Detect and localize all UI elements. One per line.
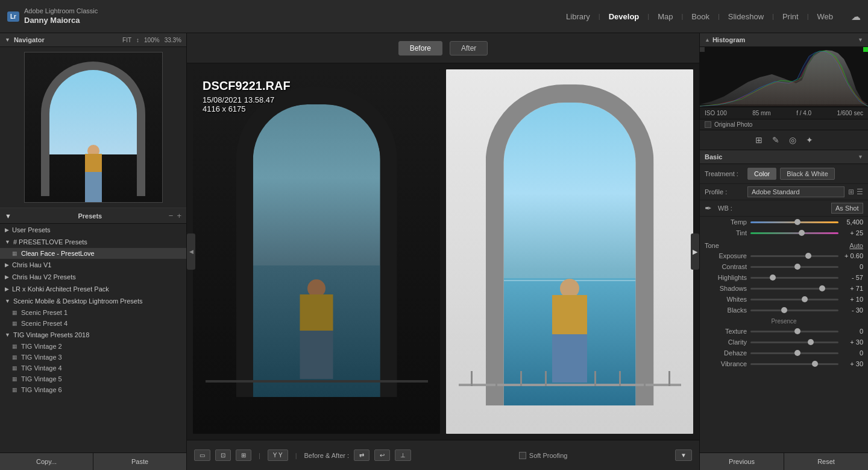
nav-slideshow[interactable]: Slideshow (722, 10, 770, 24)
wb-select[interactable]: As Shot (831, 203, 863, 214)
preset-item-cleanface[interactable]: ▦ Clean Face - PresetLove (0, 248, 186, 259)
temp-thumb[interactable] (794, 219, 800, 225)
blacks-thumb[interactable] (781, 307, 787, 313)
copy-button[interactable]: Copy... (0, 453, 93, 470)
preset-item-tig5[interactable]: ▦ TIG Vintage 5 (0, 373, 186, 384)
exposure-value: + 0.60 (842, 252, 863, 259)
profile-select[interactable]: Adobe Standard (747, 186, 844, 197)
navigator-header[interactable]: ▼ Navigator FIT ↕ 100% 33.3% (0, 33, 186, 47)
eyedropper-icon[interactable]: ✒ (705, 203, 712, 213)
preset-item-tig4[interactable]: ▦ TIG Vintage 4 (0, 363, 186, 373)
dehaze-thumb[interactable] (794, 350, 800, 356)
contrast-thumb[interactable] (794, 264, 800, 270)
histogram-canvas (700, 47, 868, 107)
preset-item-scenic1[interactable]: ▦ Scenic Preset 1 (0, 307, 186, 318)
blacks-slider[interactable] (750, 310, 838, 311)
profile-list-icon[interactable]: ☰ (857, 188, 863, 196)
zoom-33[interactable]: 33.3% (165, 37, 181, 43)
before-button[interactable]: Before (398, 41, 442, 56)
preset-group-header-chrishau2[interactable]: ▶ Chris Hau V2 Presets (0, 271, 186, 283)
preset-group-header-presetlove[interactable]: ▼ # PRESETLOVE Presets (0, 236, 186, 248)
clarity-value: + 30 (842, 338, 863, 346)
preset-item-tig6[interactable]: ▦ TIG Vintage 6 (0, 384, 186, 395)
clarity-slider[interactable] (750, 341, 838, 343)
preset-group-tig: ▼ TIG Vintage Presets 2018 ▦ TIG Vintage… (0, 329, 186, 395)
nav-develop[interactable]: Develop (603, 10, 646, 24)
healing-tool-icon[interactable]: ✎ (772, 135, 779, 145)
histogram-header[interactable]: ▲ Histogram ▼ (700, 33, 868, 47)
crop-tool-icon[interactable]: ⊞ (755, 135, 763, 145)
bw-button[interactable]: Black & White (780, 168, 834, 180)
redeye-tool-icon[interactable]: ◎ (789, 135, 796, 145)
view-btn-3[interactable]: ⊞ (236, 449, 251, 461)
copy-from-btn[interactable]: ↩ (374, 449, 390, 461)
nav-web[interactable]: Web (811, 10, 840, 24)
preset-group-header-scenic[interactable]: ▼ Scenic Mobile & Desktop Lightroom Pres… (0, 295, 186, 307)
view-btn-1[interactable]: ▭ (194, 449, 210, 461)
preset-group-header-lrkohki[interactable]: ▶ LR x Kohki Architect Preset Pack (0, 283, 186, 295)
dehaze-slider[interactable] (750, 352, 838, 354)
nav-print[interactable]: Print (776, 10, 805, 24)
preset-item-scenic4[interactable]: ▦ Scenic Preset 4 (0, 318, 186, 329)
exposure-slider[interactable] (750, 255, 838, 257)
presets-header[interactable]: ▼ Presets − + (0, 208, 186, 224)
paste-button[interactable]: Paste (93, 453, 186, 470)
masking-tool-icon[interactable]: ✦ (806, 135, 813, 145)
tint-slider[interactable] (750, 232, 838, 234)
cloud-icon[interactable]: ☁ (851, 11, 861, 22)
more-options-btn[interactable]: ▼ (675, 449, 692, 461)
shadows-value: + 71 (842, 285, 863, 292)
reset-button[interactable]: Reset (784, 453, 868, 470)
view-btn-2[interactable]: ⊡ (215, 449, 231, 461)
texture-thumb[interactable] (794, 328, 800, 334)
yy-button[interactable]: Y Y (268, 449, 288, 461)
zoom-fit[interactable]: FIT (122, 37, 131, 43)
temp-slider[interactable] (750, 221, 838, 223)
color-button[interactable]: Color (747, 168, 776, 180)
left-panel-collapse-tab[interactable]: ◀ (187, 233, 195, 270)
presets-plus[interactable]: + (177, 211, 181, 220)
split-btn[interactable]: ⊥ (395, 449, 411, 461)
previous-button[interactable]: Previous (700, 453, 784, 470)
profile-icons: ⊞ ☰ (848, 188, 863, 196)
presets-minus[interactable]: − (169, 211, 174, 220)
tone-section: Tone Auto (700, 238, 868, 250)
exposure-thumb[interactable] (805, 253, 811, 259)
whites-thumb[interactable] (802, 296, 808, 302)
highlights-thumb[interactable] (770, 275, 776, 281)
after-button[interactable]: After (450, 41, 488, 56)
texture-slider[interactable] (750, 331, 838, 332)
nav-book[interactable]: Book (685, 10, 715, 24)
profile-grid-icon[interactable]: ⊞ (848, 188, 854, 196)
vibrance-thumb[interactable] (812, 361, 818, 367)
tint-thumb[interactable] (799, 230, 805, 236)
preset-group-header-chrishau1[interactable]: ▶ Chris Hau V1 (0, 259, 186, 271)
soft-proof-label: Soft Proofing (529, 452, 568, 459)
tint-label: Tint (705, 229, 747, 237)
nav-map[interactable]: Map (652, 10, 679, 24)
contrast-slider[interactable] (750, 266, 838, 268)
auto-button[interactable]: Auto (849, 242, 863, 249)
preset-item-tig3[interactable]: ▦ TIG Vintage 3 (0, 352, 186, 363)
group-label-scenic: Scenic Mobile & Desktop Lightroom Preset… (13, 297, 143, 305)
zoom-100[interactable]: 100% (144, 37, 160, 43)
nav-library[interactable]: Library (560, 10, 596, 24)
whites-slider[interactable] (750, 299, 838, 300)
focal-value: 85 mm (752, 110, 771, 116)
profile-label: Profile : (705, 188, 744, 195)
shadows-slider[interactable] (750, 288, 838, 290)
right-panel-collapse-tab[interactable]: ▶ (691, 233, 699, 270)
highlights-slider[interactable] (750, 277, 838, 279)
preset-group-header-user[interactable]: ▶ User Presets (0, 224, 186, 236)
preset-item-tig2[interactable]: ▦ TIG Vintage 2 (0, 341, 186, 352)
clarity-label: Clarity (705, 338, 747, 346)
soft-proof-checkbox[interactable] (519, 452, 526, 459)
original-photo-checkbox[interactable] (705, 121, 711, 128)
clarity-thumb[interactable] (808, 339, 814, 345)
preset-group-header-tig[interactable]: ▼ TIG Vintage Presets 2018 (0, 329, 186, 341)
vibrance-slider[interactable] (750, 363, 838, 365)
basic-header[interactable]: Basic ▼ (700, 150, 868, 164)
swap-btn[interactable]: ⇄ (354, 449, 370, 461)
histogram-collapse-icon: ▼ (858, 37, 863, 43)
shadows-thumb[interactable] (819, 285, 825, 291)
